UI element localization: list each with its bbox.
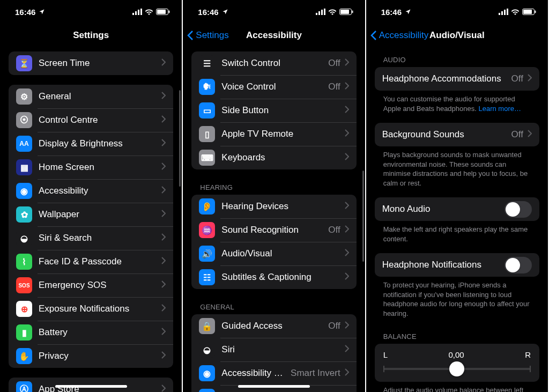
row-sound-recognition[interactable]: ♒Sound RecognitionOff [191,218,356,242]
row-label: Home Screen [39,162,157,173]
side-button-icon: ▭ [199,102,215,119]
row-switch-control[interactable]: ☰Switch ControlOff [191,51,356,75]
row-display-brightness[interactable]: AADisplay & Brightness [9,132,173,156]
row-siri[interactable]: ◒Siri [191,338,356,361]
row-label: Accessibility [39,186,157,196]
row-hearing-devices[interactable]: 👂Hearing Devices [191,195,356,218]
footer-headphone-accom: You can customise the audio for supporte… [383,94,531,113]
row-label: Headphone Accommodations [382,73,508,84]
wifi-icon [328,8,337,17]
row-label: Emergency SOS [39,280,157,291]
chevron-icon [528,74,532,84]
headphone-notif-switch[interactable] [505,257,532,273]
svg-rect-9 [321,10,323,15]
home-indicator[interactable] [55,385,127,388]
row-label: Face ID & Passcode [39,256,157,267]
row-face-id-passcode[interactable]: ⌇Face ID & Passcode [9,250,173,273]
cell-signal-icon [499,8,508,17]
row-emergency-sos[interactable]: SOSEmergency SOS [9,273,173,297]
svg-rect-17 [507,9,508,15]
chevron-icon [161,162,166,172]
row-label: Siri & Search [39,233,157,243]
chevron-icon [345,368,349,378]
row-voice-control[interactable]: 🗣Voice ControlOff [191,75,356,99]
row-detail: Off [328,82,340,92]
row-detail: Off [511,129,523,140]
back-button[interactable]: Settings [187,24,228,47]
row-exposure-notifications[interactable]: ⊕Exposure Notifications [9,297,173,321]
cell-signal-icon [132,9,142,15]
chevron-icon [345,82,349,92]
row-detail: Off [511,73,523,84]
svg-rect-2 [138,10,139,15]
back-label: Settings [196,30,228,41]
row-label: Display & Brightness [39,138,157,149]
scrollbar[interactable] [179,90,181,187]
home-indicator[interactable] [238,385,310,388]
row-home-screen[interactable]: ▦Home Screen [9,156,173,179]
row-accessibility-shortcut[interactable]: ◉Accessibility ShortcutSmart Invert [191,361,356,385]
row-apple-tv-remote[interactable]: ▯Apple TV Remote [191,122,356,146]
nav-title: Accessibility [246,30,302,41]
ear-icon: 👂 [199,198,215,215]
row-guided-access[interactable]: 🔒Guided AccessOff [191,314,356,338]
group-general: ⚙︎General⦿Control CentreAADisplay & Brig… [9,85,173,368]
balance-left-label: L [383,350,388,359]
status-time: 16:46 [198,8,218,17]
row-label: Exposure Notifications [39,304,157,314]
row-label: Battery [39,327,157,338]
chevron-icon [161,257,166,267]
row-control-centre[interactable]: ⦿Control Centre [9,108,173,132]
row-background-sounds[interactable]: Background Sounds Off [375,123,539,146]
row-headphone-accommodations[interactable]: Headphone Accommodations Off [375,67,539,91]
sound-rec-icon: ♒ [199,222,215,238]
group-screentime: ⏳ Screen Time [9,51,173,75]
chevron-icon [528,130,532,139]
row-label: Side Button [221,105,340,116]
svg-rect-3 [140,9,142,15]
chevron-icon [345,345,349,354]
hourglass-icon: ⏳ [16,55,32,71]
chevron-icon [161,115,166,125]
mono-audio-switch[interactable] [505,201,532,218]
audio-visual-icon: 🔊 [199,246,215,262]
scrollbar[interactable] [362,171,364,262]
row-battery[interactable]: ▮Battery [9,321,173,344]
slider-knob[interactable] [449,361,464,376]
row-label: Guided Access [221,321,325,331]
row-general[interactable]: ⚙︎General [9,85,173,108]
chevron-icon [345,153,349,162]
row-audio-visual[interactable]: 🔊Audio/Visual [191,242,356,265]
chevron-icon [345,225,349,235]
battery-icon [156,9,170,15]
sos-icon: SOS [16,277,32,293]
wifi-icon [511,8,520,17]
row-side-button[interactable]: ▭Side Button [191,99,356,122]
back-button[interactable]: Accessibility [370,24,429,47]
row-screen-time[interactable]: ⏳ Screen Time [9,51,173,75]
row-keyboards[interactable]: ⌨Keyboards [191,146,356,169]
nav-title: Audio/Visual [429,30,485,41]
svg-rect-16 [504,10,506,15]
grid-icon: ▦ [16,159,32,175]
row-accessibility[interactable]: ◉Accessibility [9,179,173,203]
row-detail: Off [328,225,340,235]
wifi-icon [145,9,153,15]
battery-icon: ▮ [16,324,32,341]
group-physical-motor: ☰Switch ControlOff🗣Voice ControlOff▭Side… [191,51,356,169]
row-label: Apple TV Remote [221,129,340,139]
row-label: Accessibility Shortcut [221,368,287,379]
svg-rect-10 [324,9,325,15]
row-wallpaper[interactable]: ✿Wallpaper [9,203,173,226]
row-subtitles-captioning[interactable]: ☷Subtitles & Captioning [191,265,356,289]
balance-slider[interactable] [383,368,531,370]
chevron-icon [345,321,349,331]
row-privacy[interactable]: ✋Privacy [9,344,173,368]
learn-more-link[interactable]: Learn more… [478,105,521,113]
row-siri-search[interactable]: ◒Siri & Search [9,226,173,250]
chevron-icon [161,92,166,101]
group-background-sounds: Background Sounds Off [375,123,539,146]
location-icon [39,9,45,15]
row-label: Headphone Notifications [382,260,505,270]
chevron-icon [161,210,166,219]
